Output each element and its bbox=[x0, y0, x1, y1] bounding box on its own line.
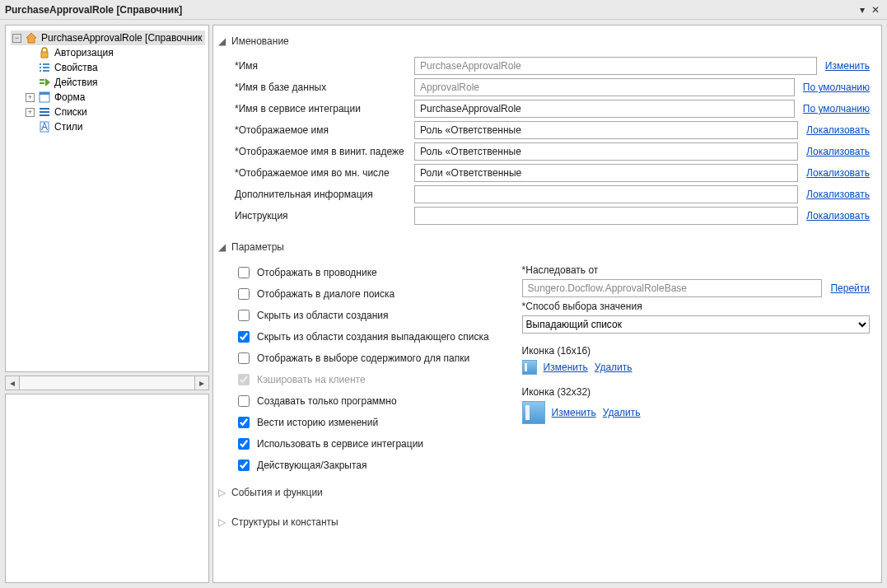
display-acc-input[interactable] bbox=[414, 142, 798, 161]
section-naming-body: *Имя Изменить *Имя в базе данных По умол… bbox=[218, 50, 870, 238]
section-title: Именование bbox=[231, 35, 289, 47]
field-label: *Имя bbox=[235, 60, 406, 72]
section-params-header[interactable]: ◢ Параметры bbox=[218, 238, 870, 256]
display-acc-localize-link[interactable]: Локализовать bbox=[806, 146, 870, 157]
tree-item-auth[interactable]: Авторизация bbox=[24, 45, 205, 60]
svg-rect-9 bbox=[40, 82, 44, 84]
check-explorer[interactable]: Отображать в проводнике bbox=[235, 264, 489, 281]
check-program-only[interactable]: Создавать только программно bbox=[235, 393, 489, 409]
tree-item-lists[interactable]: + Списки bbox=[24, 105, 205, 119]
check-label: Создавать только программно bbox=[257, 395, 397, 407]
form-icon bbox=[38, 91, 51, 104]
tree: − PurchaseApprovalRole [Справочник bbox=[9, 30, 205, 134]
check-label: Отображать в выборе содержимого для папк… bbox=[257, 352, 469, 364]
section-events-header[interactable]: ▷ События и функции bbox=[218, 483, 870, 502]
svg-rect-14 bbox=[40, 111, 49, 113]
chevron-down-icon: ◢ bbox=[218, 241, 226, 253]
svg-rect-6 bbox=[40, 70, 41, 72]
field-label: *Имя в базе данных bbox=[235, 82, 406, 93]
name-change-link[interactable]: Изменить bbox=[825, 60, 870, 72]
check-hide-dropdown[interactable]: Скрыть из области создания выпадающего с… bbox=[235, 329, 489, 345]
check-label: Скрыть из области создания bbox=[257, 310, 388, 321]
close-icon[interactable]: ✕ bbox=[869, 4, 882, 16]
chevron-down-icon: ◢ bbox=[218, 35, 226, 47]
tree-item-label: Авторизация bbox=[54, 47, 114, 58]
preview-panel bbox=[5, 394, 209, 583]
tree-item-label: Списки bbox=[54, 106, 87, 118]
expander-icon[interactable]: − bbox=[12, 34, 21, 43]
icon-16-preview bbox=[522, 360, 537, 375]
check-search-dialog[interactable]: Отображать в диалоге поиска bbox=[235, 286, 489, 302]
name-input[interactable] bbox=[414, 57, 817, 75]
check-label: Отображать в проводнике bbox=[257, 267, 377, 278]
body: − PurchaseApprovalRole [Справочник bbox=[0, 20, 887, 588]
tree-root[interactable]: − PurchaseApprovalRole [Справочник bbox=[11, 30, 205, 45]
check-cache-client: Кэшировать на клиенте bbox=[235, 371, 489, 388]
tree-hscroll[interactable]: ◂ ▸ bbox=[5, 376, 209, 390]
field-label: *Имя в сервисе интеграции bbox=[235, 103, 406, 114]
icon-32-preview bbox=[522, 401, 545, 424]
list-icon bbox=[38, 61, 51, 74]
tree-item-styles[interactable]: A Стили bbox=[24, 119, 205, 134]
instruction-localize-link[interactable]: Локализовать bbox=[806, 210, 870, 222]
servicename-input[interactable] bbox=[414, 100, 795, 118]
window: PurchaseApprovalRole [Справочник] ▾ ✕ − bbox=[0, 0, 887, 588]
check-folder-content[interactable]: Отображать в выборе содержимого для папк… bbox=[235, 350, 489, 366]
tree-item-form[interactable]: + Форма bbox=[24, 90, 205, 105]
scroll-track[interactable] bbox=[20, 376, 194, 390]
extra-localize-link[interactable]: Локализовать bbox=[806, 189, 870, 200]
tree-root-label: PurchaseApprovalRole [Справочник bbox=[41, 32, 202, 44]
section-title: Параметры bbox=[231, 241, 284, 253]
params-checks: Отображать в проводнике Отображать в диа… bbox=[235, 264, 489, 474]
inherit-input[interactable] bbox=[522, 279, 823, 297]
section-title: Структуры и константы bbox=[231, 516, 338, 528]
display-plural-localize-link[interactable]: Локализовать bbox=[806, 167, 870, 179]
check-history[interactable]: Вести историю изменений bbox=[235, 414, 489, 431]
icon16-change-link[interactable]: Изменить bbox=[544, 362, 588, 373]
field-label: *Отображаемое имя в винит. падеже bbox=[235, 146, 406, 157]
tree-item-label: Свойства bbox=[54, 62, 98, 73]
check-label: Кэшировать на клиенте bbox=[257, 374, 366, 385]
window-title: PurchaseApprovalRole [Справочник] bbox=[5, 4, 182, 16]
icon32-change-link[interactable]: Изменить bbox=[552, 407, 596, 418]
check-active-closed[interactable]: Действующая/Закрытая bbox=[235, 457, 489, 474]
expander-icon[interactable]: + bbox=[26, 93, 35, 102]
display-input[interactable] bbox=[414, 121, 798, 139]
style-icon: A bbox=[38, 120, 51, 133]
icon16-delete-link[interactable]: Удалить bbox=[595, 362, 633, 373]
select-mode-dropdown[interactable]: Выпадающий список bbox=[522, 315, 870, 334]
dropdown-icon[interactable]: ▾ bbox=[856, 4, 869, 16]
lists-icon bbox=[38, 105, 51, 119]
display-plural-input[interactable] bbox=[414, 164, 798, 182]
display-localize-link[interactable]: Локализовать bbox=[806, 124, 870, 136]
icon32-delete-link[interactable]: Удалить bbox=[603, 407, 641, 418]
svg-rect-4 bbox=[40, 67, 41, 68]
svg-marker-0 bbox=[26, 33, 36, 43]
section-params-body: Отображать в проводнике Отображать в диа… bbox=[218, 256, 870, 483]
instruction-input[interactable] bbox=[414, 207, 798, 225]
scroll-right-icon[interactable]: ▸ bbox=[194, 376, 209, 390]
servicename-default-link[interactable]: По умолчанию bbox=[803, 103, 870, 114]
check-integration[interactable]: Использовать в сервисе интеграции bbox=[235, 436, 489, 452]
home-icon bbox=[25, 31, 38, 44]
dbname-input[interactable] bbox=[414, 78, 795, 96]
svg-rect-13 bbox=[40, 108, 49, 110]
section-naming-header[interactable]: ◢ Именование bbox=[218, 32, 870, 50]
svg-text:A: A bbox=[41, 121, 48, 133]
tree-item-actions[interactable]: Действия bbox=[24, 75, 205, 90]
svg-rect-3 bbox=[43, 63, 49, 65]
tree-item-props[interactable]: Свойства bbox=[24, 60, 205, 75]
main-panel: ◢ Именование *Имя Изменить *Имя в базе д… bbox=[212, 25, 882, 583]
scroll-left-icon[interactable]: ◂ bbox=[5, 376, 20, 390]
inherit-goto-link[interactable]: Перейти bbox=[830, 282, 870, 294]
svg-rect-8 bbox=[40, 79, 44, 81]
dbname-default-link[interactable]: По умолчанию bbox=[803, 82, 870, 93]
extra-input[interactable] bbox=[414, 185, 798, 203]
field-label: *Отображаемое имя bbox=[235, 124, 406, 136]
section-structs-header[interactable]: ▷ Структуры и константы bbox=[218, 513, 870, 531]
svg-rect-15 bbox=[40, 114, 49, 116]
field-label: Дополнительная информация bbox=[235, 189, 406, 200]
check-hide-create[interactable]: Скрыть из области создания bbox=[235, 307, 489, 324]
expander-icon[interactable]: + bbox=[26, 108, 35, 117]
params-right: *Наследовать от Перейти *Способ выбора з… bbox=[522, 264, 870, 474]
